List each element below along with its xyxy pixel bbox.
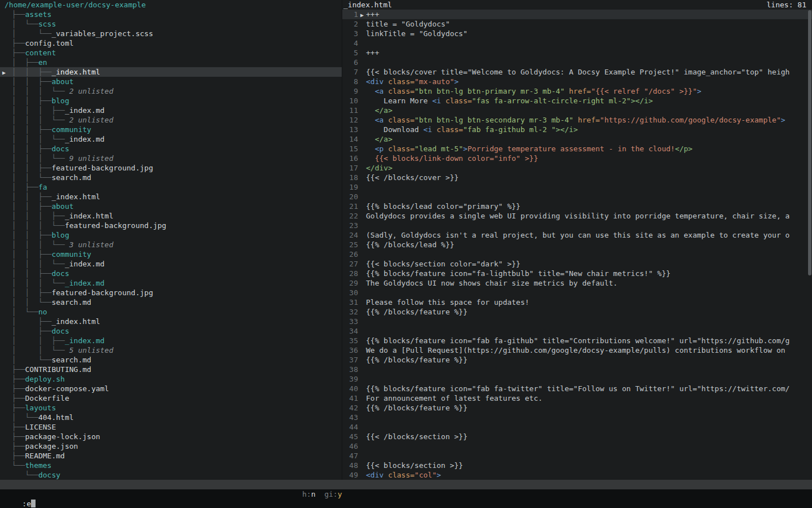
code-line: 20 bbox=[342, 192, 812, 202]
tree-item[interactable]: │ └──search.md bbox=[0, 355, 342, 365]
tree-item[interactable]: ├──package.json bbox=[0, 441, 342, 451]
code-line: 3 linkTitle = "Goldydocs" bbox=[342, 29, 812, 38]
tree-item[interactable]: ├──package-lock.json bbox=[0, 432, 342, 441]
tree-item[interactable]: ├──README.md bbox=[0, 451, 342, 461]
tree-item[interactable]: │ └──404.html bbox=[0, 413, 342, 422]
tree-item[interactable]: ├──content bbox=[0, 48, 342, 58]
code-line: 42 {{% /blocks/feature %}} bbox=[342, 403, 812, 413]
code-line: 16 {{< blocks/link-down color="info" >}} bbox=[342, 154, 812, 163]
code-line: 19 bbox=[342, 182, 812, 192]
code-line: 41 For announcement of latest features e… bbox=[342, 393, 812, 403]
code-line: 1▶+++ bbox=[342, 10, 812, 19]
tree-item[interactable]: │ ├──en bbox=[0, 58, 342, 67]
bottom-filler bbox=[0, 499, 812, 508]
tree-item[interactable]: │ │ ├──about bbox=[0, 202, 342, 211]
tree-item[interactable]: │ │ ├──blog bbox=[0, 230, 342, 240]
file-browser-pane: /home/example-user/docsy-example ├──asse… bbox=[0, 0, 342, 480]
tree-item[interactable]: │ └──no bbox=[0, 307, 342, 317]
code-line: 24 (Sadly, Goldydocs isn't a real projec… bbox=[342, 230, 812, 240]
code-line: 29 The Goldydocs UI now shows chair size… bbox=[342, 278, 812, 288]
tree-item[interactable]: │ │ │ └── 2 unlisted bbox=[0, 115, 342, 125]
tree-item[interactable]: │ │ ├──about bbox=[0, 77, 342, 86]
tree-item[interactable]: │ │ │ ├──_index.html bbox=[0, 211, 342, 221]
code-line: 30 bbox=[342, 288, 812, 297]
tree-item[interactable]: │ │ ├──featured-background.jpg bbox=[0, 163, 342, 173]
code-line: 43 bbox=[342, 413, 812, 422]
tree-item[interactable]: │ ├──fa bbox=[0, 182, 342, 192]
main-area: /home/example-user/docsy-example ├──asse… bbox=[0, 0, 812, 480]
code-line: 13 Download <i class="fab fa-github ml-2… bbox=[342, 125, 812, 134]
tree-item[interactable]: ▶│ │ ├──_index.html bbox=[0, 67, 342, 77]
tree-item[interactable]: └──docsy bbox=[0, 470, 342, 480]
tree-item[interactable]: ├──docker-compose.yaml bbox=[0, 384, 342, 393]
tree-item[interactable]: │ │ │ ├──_index.md bbox=[0, 106, 342, 115]
file-tree: ├──assets │ └──scss │ └──_variables_proj… bbox=[0, 10, 342, 480]
input-row[interactable]: :e h:n gi:y bbox=[0, 489, 812, 499]
tree-item[interactable]: │ └──scss bbox=[0, 19, 342, 29]
tree-item[interactable]: │ │ ├──_index.html bbox=[0, 192, 342, 202]
preview-scrollbar[interactable] bbox=[808, 10, 811, 275]
tree-item[interactable]: │ │ │ └──_index.md bbox=[0, 134, 342, 144]
tree-item[interactable]: ├──deploy.sh bbox=[0, 374, 342, 384]
tree-item[interactable]: │ │ └── 5 unlisted bbox=[0, 345, 342, 355]
tree-item[interactable]: ├──CONTRIBUTING.md bbox=[0, 365, 342, 374]
code-line: 2 title = "Goldydocs" bbox=[342, 19, 812, 29]
code-line: 39 bbox=[342, 374, 812, 384]
code-line: 35 {{% blocks/feature icon="fab fa-githu… bbox=[342, 336, 812, 345]
tree-item[interactable]: │ │ │ └──featured-background.jpg bbox=[0, 221, 342, 230]
code-line: 14 </a> bbox=[342, 134, 812, 144]
status-bar: Hit enter to open the file, alt-enter to… bbox=[0, 480, 812, 489]
tree-item[interactable]: │ │ ├──blog bbox=[0, 96, 342, 106]
tree-item[interactable]: │ │ ├──community bbox=[0, 125, 342, 134]
preview-filename: _index.html bbox=[343, 0, 392, 10]
code-line: 10 Learn More <i class="fas fa-arrow-alt… bbox=[342, 96, 812, 106]
tree-item[interactable]: │ │ ├──community bbox=[0, 249, 342, 259]
code-line: 49 <div class="col"> bbox=[342, 470, 812, 480]
tree-item[interactable]: │ │ ├──featured-background.jpg bbox=[0, 288, 342, 297]
tree-item[interactable]: │ │ ├──docs bbox=[0, 144, 342, 154]
tree-item[interactable]: │ │ ├──_index.md bbox=[0, 336, 342, 345]
code-line: 6 bbox=[342, 58, 812, 67]
code-line: 46 bbox=[342, 441, 812, 451]
tree-item[interactable]: └──themes bbox=[0, 461, 342, 470]
tree-item[interactable]: │ ├──docs bbox=[0, 326, 342, 336]
preview-header: _index.html lines: 81 bbox=[342, 0, 812, 10]
code-line: 45 {{< /blocks/section >}} bbox=[342, 432, 812, 441]
code-line: 11 </a> bbox=[342, 106, 812, 115]
tree-item[interactable]: │ │ │ └── 2 unlisted bbox=[0, 86, 342, 96]
preview-pane: _index.html lines: 81 1▶+++2 title = "Go… bbox=[342, 0, 812, 480]
tree-item[interactable]: │ │ └──search.md bbox=[0, 173, 342, 182]
tree-item[interactable]: ├──config.toml bbox=[0, 38, 342, 48]
tree-root-path: /home/example-user/docsy-example bbox=[0, 0, 342, 10]
tree-item[interactable]: │ │ │ └── 3 unlisted bbox=[0, 240, 342, 249]
code-line: 9 <a class="btn btn-lg btn-primary mr-3 … bbox=[342, 86, 812, 96]
code-line: 33 bbox=[342, 317, 812, 326]
code-line: 21 {{% blocks/lead color="primary" %}} bbox=[342, 202, 812, 211]
tree-item[interactable]: ├──layouts bbox=[0, 403, 342, 413]
code-line: 23 bbox=[342, 221, 812, 230]
code-line: 48 {{< blocks/section >}} bbox=[342, 461, 812, 470]
code-line: 28 {{% blocks/feature icon="fa-lightbulb… bbox=[342, 269, 812, 278]
tree-item[interactable]: │ ├──_index.html bbox=[0, 317, 342, 326]
code-line: 26 bbox=[342, 249, 812, 259]
tree-item[interactable]: ├──Dockerfile bbox=[0, 393, 342, 403]
tree-item[interactable]: │ │ │ └── 9 unlisted bbox=[0, 154, 342, 163]
code-line: 22 Goldydocs provides a single web UI pr… bbox=[342, 211, 812, 221]
code-line: 44 bbox=[342, 422, 812, 432]
mode-toggles: h:n gi:y bbox=[302, 489, 342, 499]
code-line: 47 bbox=[342, 451, 812, 461]
tree-item[interactable]: ├──LICENSE bbox=[0, 422, 342, 432]
code-line: 8 <div class="mx-auto"> bbox=[342, 77, 812, 86]
preview-lines-count: lines: 81 bbox=[767, 0, 806, 10]
tree-item[interactable]: │ │ │ └──_index.md bbox=[0, 259, 342, 269]
tree-item[interactable]: │ └──_variables_project.scss bbox=[0, 29, 342, 38]
tree-item[interactable]: │ │ ├──docs bbox=[0, 269, 342, 278]
tree-item[interactable]: │ │ └──search.md bbox=[0, 297, 342, 307]
command-input[interactable]: :e bbox=[22, 500, 31, 508]
code-line: 31 Please follow this space for updates! bbox=[342, 297, 812, 307]
tree-item[interactable]: ├──assets bbox=[0, 10, 342, 19]
tree-item[interactable]: │ │ │ └──_index.md bbox=[0, 278, 342, 288]
code-line: 34 bbox=[342, 326, 812, 336]
code-line: 5 +++ bbox=[342, 48, 812, 58]
code-line: 27 {{< blocks/section color="dark" >}} bbox=[342, 259, 812, 269]
